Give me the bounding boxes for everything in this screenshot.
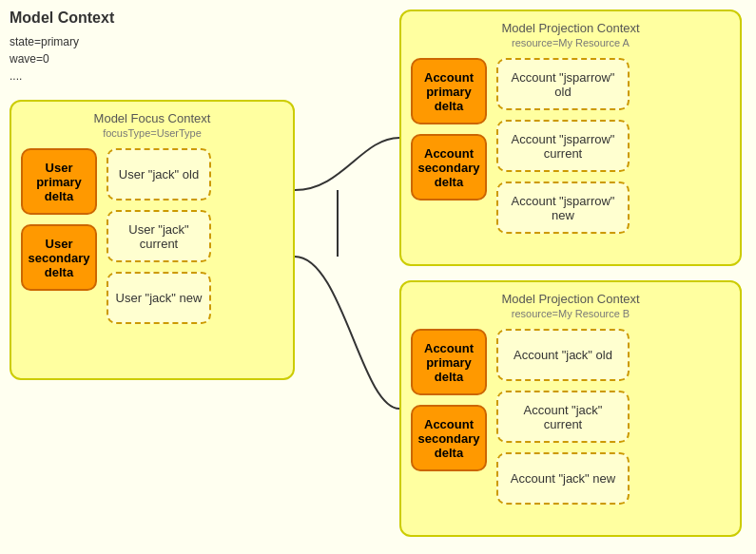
user-jack-current: User "jack" current bbox=[107, 210, 211, 262]
projection-bottom-subtitle: resource=My Resource B bbox=[411, 308, 730, 319]
account-primary-delta-top: Account primary delta bbox=[411, 58, 487, 124]
account-jsparrow-current: Account "jsparrow" current bbox=[496, 120, 630, 172]
projection-top-title: Model Projection Context bbox=[411, 21, 730, 35]
account-jack-current: Account "jack" current bbox=[496, 391, 630, 443]
account-secondary-delta-top: Account secondary delta bbox=[411, 134, 487, 201]
state-line2: wave=0 bbox=[10, 50, 79, 67]
account-primary-delta-bottom: Account primary delta bbox=[411, 329, 487, 395]
user-jack-old: User "jack" old bbox=[107, 148, 211, 201]
state-info: state=primary wave=0 .... bbox=[10, 33, 79, 85]
user-jack-new: User "jack" new bbox=[107, 272, 211, 324]
projection-top-subtitle: resource=My Resource A bbox=[411, 37, 730, 48]
account-jack-new: Account "jack" new bbox=[496, 452, 630, 505]
page-title: Model Context bbox=[10, 10, 114, 27]
user-secondary-delta: User secondary delta bbox=[21, 224, 97, 291]
focus-context-title: Model Focus Context bbox=[21, 111, 283, 125]
focus-context-box: Model Focus Context focusType=UserType U… bbox=[10, 100, 295, 380]
account-jack-old: Account "jack" old bbox=[496, 329, 630, 381]
account-jsparrow-old: Account "jsparrow" old bbox=[496, 58, 630, 110]
user-primary-delta: User primary delta bbox=[21, 148, 97, 215]
account-jsparrow-new: Account "jsparrow" new bbox=[496, 181, 630, 234]
account-secondary-delta-bottom: Account secondary delta bbox=[411, 405, 487, 471]
projection-context-bottom: Model Projection Context resource=My Res… bbox=[399, 280, 742, 537]
projection-bottom-title: Model Projection Context bbox=[411, 292, 730, 306]
state-line1: state=primary bbox=[10, 33, 79, 50]
state-line3: .... bbox=[10, 67, 79, 85]
projection-context-top: Model Projection Context resource=My Res… bbox=[399, 10, 742, 266]
focus-context-subtitle: focusType=UserType bbox=[21, 127, 283, 139]
